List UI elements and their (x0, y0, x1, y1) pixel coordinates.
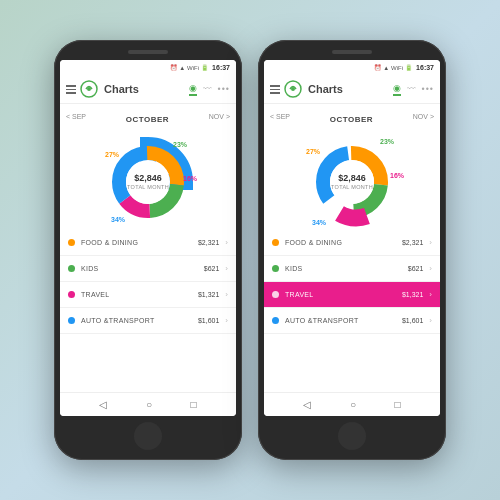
list-item[interactable]: FOOD & DINING $2,321 › (264, 230, 440, 256)
app-title: Charts (104, 83, 181, 95)
list-item[interactable]: TRAVEL $1,321 › (264, 282, 440, 308)
tab-bar: ◉ 〰 ••• (189, 83, 230, 96)
recent-button[interactable]: □ (191, 399, 197, 410)
status-time: 16:37 (212, 64, 230, 71)
food-name-2: FOOD & DINING (285, 239, 396, 246)
wifi-icon-2: WiFi (391, 65, 403, 71)
pct-auto-2: 34% (312, 219, 326, 226)
travel-name-2: TRAVEL (285, 291, 396, 298)
list-item[interactable]: KIDS $621 › (264, 256, 440, 282)
svg-point-13 (330, 160, 374, 204)
food-chevron: › (225, 238, 228, 247)
recent-button-2[interactable]: □ (395, 399, 401, 410)
prev-chevron-2: < SEP (270, 113, 290, 120)
menu-button-2[interactable] (270, 85, 280, 94)
kids-dot (68, 265, 75, 272)
app-title-2: Charts (308, 83, 385, 95)
signal-icon-2: ▲ (383, 65, 389, 71)
pct-auto: 34% (111, 216, 125, 223)
home-button-2[interactable]: ○ (350, 399, 356, 410)
category-list-2: FOOD & DINING $2,321 › KIDS $621 › TRAVE… (264, 230, 440, 392)
month-label-2: OCTOBER (330, 115, 373, 124)
signal-icon: ▲ (179, 65, 185, 71)
auto-amount: $1,601 (198, 317, 219, 324)
chart-area-1: $2,846 TOTAL MONTH 27% 23% 16% 34% (60, 130, 236, 230)
auto-dot (68, 317, 75, 324)
next-month-2[interactable]: NOV > (413, 113, 434, 120)
kids-chevron-2: › (429, 264, 432, 273)
auto-chevron: › (225, 316, 228, 325)
status-bar-2: ⏰ ▲ WiFi 🔋 16:37 (264, 60, 440, 76)
status-icons-2: ⏰ ▲ WiFi 🔋 (374, 64, 412, 71)
tab-bar-2: ◉ 〰 ••• (393, 83, 434, 96)
month-nav-2: < SEP OCTOBER NOV > (264, 104, 440, 130)
chart-area-2: $2,846 TOTAL MONTH 27% 23% 16% 34% (264, 130, 440, 230)
app-logo-2 (284, 80, 302, 98)
current-month: OCTOBER (86, 108, 209, 126)
kids-name-2: KIDS (285, 265, 402, 272)
phone-2: ⏰ ▲ WiFi 🔋 16:37 Charts ◉ 〰 (258, 40, 446, 460)
kids-amount-2: $621 (408, 265, 424, 272)
prev-chevron: < SEP (66, 113, 86, 120)
list-item[interactable]: FOOD & DINING $2,321 › (60, 230, 236, 256)
menu-button[interactable] (66, 85, 76, 94)
food-amount-2: $2,321 (402, 239, 423, 246)
wifi-icon: WiFi (187, 65, 199, 71)
food-dot (68, 239, 75, 246)
back-button[interactable]: ◁ (99, 399, 107, 410)
line-tab[interactable]: 〰 (203, 84, 212, 94)
donut-chart-2: $2,846 TOTAL MONTH 27% 23% 16% 34% (304, 134, 400, 230)
pct-kids: 23% (173, 141, 187, 148)
status-bar-1: ⏰ ▲ WiFi 🔋 16:37 (60, 60, 236, 76)
alarm-icon: ⏰ (170, 64, 177, 71)
chart-tab[interactable]: ◉ (189, 83, 197, 96)
list-item[interactable]: AUTO &TRANSPORT $1,601 › (60, 308, 236, 334)
list-item[interactable]: AUTO &TRANSPORT $1,601 › (264, 308, 440, 334)
home-button[interactable]: ○ (146, 399, 152, 410)
auto-amount-2: $1,601 (402, 317, 423, 324)
pct-food-2: 27% (306, 148, 320, 155)
more-button[interactable]: ••• (218, 84, 230, 94)
bottom-nav-1: ◁ ○ □ (60, 392, 236, 416)
prev-month-2[interactable]: < SEP (270, 113, 290, 120)
pct-travel-2: 16% (390, 172, 404, 179)
travel-amount-2: $1,321 (402, 291, 423, 298)
screen-2: ⏰ ▲ WiFi 🔋 16:37 Charts ◉ 〰 (264, 60, 440, 416)
chart-tab-2[interactable]: ◉ (393, 83, 401, 96)
pct-food: 27% (105, 151, 119, 158)
svg-point-6 (126, 160, 170, 204)
svg-point-1 (87, 87, 91, 91)
food-name: FOOD & DINING (81, 239, 192, 246)
back-button-2[interactable]: ◁ (303, 399, 311, 410)
travel-name: TRAVEL (81, 291, 192, 298)
status-time-2: 16:37 (416, 64, 434, 71)
prev-month[interactable]: < SEP (66, 113, 86, 120)
next-chevron: NOV > (209, 113, 230, 120)
kids-amount: $621 (204, 265, 220, 272)
travel-amount: $1,321 (198, 291, 219, 298)
screen-1: ⏰ ▲ WiFi 🔋 16:37 Charts ◉ 〰 (60, 60, 236, 416)
auto-dot-2 (272, 317, 279, 324)
current-month-2: OCTOBER (290, 108, 413, 126)
food-dot-2 (272, 239, 279, 246)
travel-chevron: › (225, 290, 228, 299)
app-logo (80, 80, 98, 98)
next-month[interactable]: NOV > (209, 113, 230, 120)
line-tab-2[interactable]: 〰 (407, 84, 416, 94)
month-nav: < SEP OCTOBER NOV > (60, 104, 236, 130)
food-amount: $2,321 (198, 239, 219, 246)
auto-chevron-2: › (429, 316, 432, 325)
travel-dot (68, 291, 75, 298)
travel-dot-2 (272, 291, 279, 298)
pct-travel: 16% (183, 175, 197, 182)
travel-chevron-2: › (429, 290, 432, 299)
more-button-2[interactable]: ••• (422, 84, 434, 94)
list-item[interactable]: TRAVEL $1,321 › (60, 282, 236, 308)
category-list-1: FOOD & DINING $2,321 › KIDS $621 › TRAVE… (60, 230, 236, 392)
app-bar-1: Charts ◉ 〰 ••• (60, 76, 236, 104)
food-chevron-2: › (429, 238, 432, 247)
pct-kids-2: 23% (380, 138, 394, 145)
list-item[interactable]: KIDS $621 › (60, 256, 236, 282)
next-chevron-2: NOV > (413, 113, 434, 120)
status-icons-1: ⏰ ▲ WiFi 🔋 (170, 64, 208, 71)
